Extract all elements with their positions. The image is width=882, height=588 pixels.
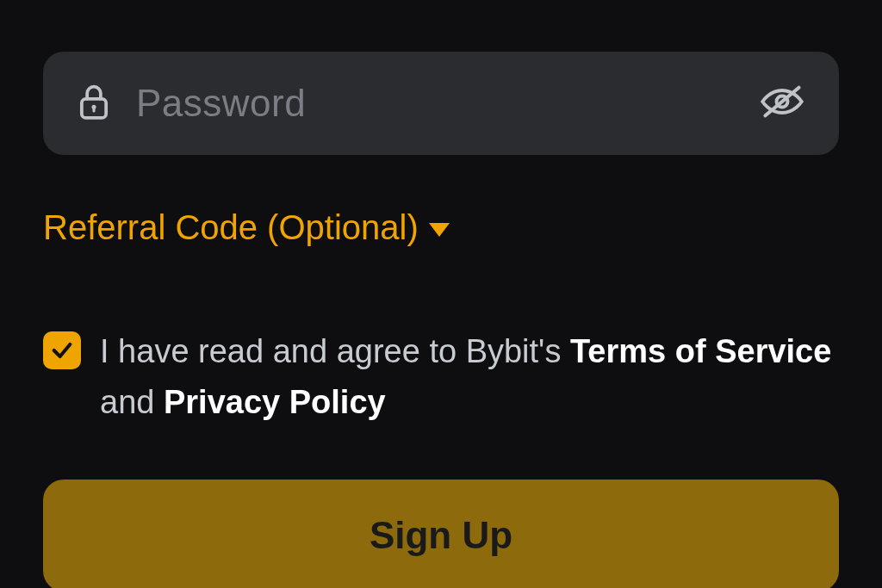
agreement-text: I have read and agree to Bybit's Terms o… — [100, 326, 839, 428]
signup-button[interactable]: Sign Up — [43, 480, 839, 588]
agreement-mid: and — [100, 384, 164, 420]
agreement-row: I have read and agree to Bybit's Terms o… — [43, 326, 839, 428]
lock-icon — [78, 83, 110, 124]
chevron-down-icon — [429, 223, 450, 237]
password-input[interactable] — [134, 81, 736, 126]
agreement-checkbox[interactable] — [43, 331, 81, 369]
eye-off-icon[interactable] — [760, 84, 804, 122]
password-field[interactable] — [43, 52, 839, 155]
signup-form: Referral Code (Optional) I have read and… — [0, 0, 882, 588]
privacy-policy-link[interactable]: Privacy Policy — [164, 384, 386, 420]
referral-toggle[interactable]: Referral Code (Optional) — [43, 208, 839, 247]
agreement-pre: I have read and agree to Bybit's — [100, 333, 570, 369]
terms-of-service-link[interactable]: Terms of Service — [570, 333, 831, 369]
referral-label: Referral Code (Optional) — [43, 208, 419, 247]
